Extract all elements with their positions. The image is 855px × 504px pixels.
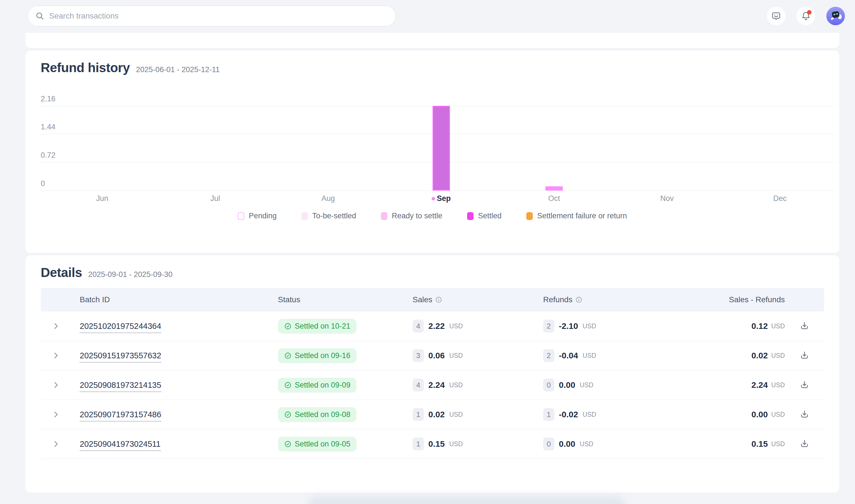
status-text: Settled on 09-16 [295, 352, 350, 360]
download-icon [799, 439, 809, 449]
net-amount: 0.02 [751, 351, 768, 360]
column-sales-minus-refunds: Sales - Refunds [685, 295, 785, 304]
check-circle-icon [284, 322, 292, 330]
notifications-button[interactable] [797, 7, 815, 25]
refunds-amount: 0.00 [559, 439, 575, 449]
settlement-table: Batch ID Status Sales Refunds Sales - Re… [41, 288, 824, 459]
table-row: 202510201975244364 Settled on 10-21 4 2.… [41, 311, 824, 341]
download-button[interactable] [798, 378, 811, 392]
legend-label: Settlement failure or return [537, 212, 627, 220]
net-amount: 2.24 [751, 380, 768, 390]
status-text: Settled on 09-08 [295, 410, 350, 419]
batch-id-link[interactable]: 202509081973214135 [80, 380, 161, 392]
x-axis-month-label: Sep [431, 194, 451, 203]
refunds-amount: -0.04 [559, 351, 578, 360]
details-title: Details [41, 265, 82, 280]
batch-id-link[interactable]: 202509071973157486 [80, 410, 161, 421]
chevron-right-icon [52, 352, 60, 360]
refunds-count-pill: 0 [543, 437, 554, 450]
legend-item[interactable]: To-be-settled [301, 212, 356, 220]
column-sales: Sales [413, 295, 543, 304]
info-icon[interactable] [575, 296, 583, 303]
chevron-right-icon [52, 440, 60, 448]
download-icon [799, 410, 809, 419]
legend-item[interactable]: Ready to settle [381, 212, 442, 220]
download-icon [799, 321, 809, 331]
net-amount: 0.00 [751, 410, 768, 419]
expand-row-button[interactable] [50, 320, 62, 332]
download-button[interactable] [798, 437, 811, 451]
details-card: Details 2025-09-01 - 2025-09-30 Batch ID… [25, 255, 839, 492]
legend-item[interactable]: Pending [238, 212, 277, 220]
status-badge: Settled on 10-21 [278, 319, 356, 334]
expand-row-button[interactable] [50, 349, 62, 362]
month-text: Oct [548, 194, 560, 203]
net-currency: USD [771, 352, 785, 359]
download-button[interactable] [798, 349, 811, 362]
status-text: Settled on 09-09 [295, 381, 350, 390]
legend-label: Ready to settle [392, 212, 442, 220]
check-circle-icon [284, 440, 292, 448]
details-header: Details 2025-09-01 - 2025-09-30 [25, 255, 839, 280]
month-text: Jun [96, 194, 108, 203]
expand-row-button[interactable] [50, 379, 62, 391]
legend-item[interactable]: Settlement failure or return [526, 212, 627, 220]
sales-count-pill: 4 [413, 320, 424, 332]
legend-swatch [301, 212, 308, 220]
below-fold-element-shadow [308, 497, 625, 504]
check-circle-icon [284, 381, 292, 389]
search-bar[interactable] [28, 6, 396, 26]
net-amount: 0.12 [751, 321, 768, 331]
download-icon [799, 350, 809, 361]
sales-count-pill: 1 [413, 437, 424, 450]
x-axis-month-label: Jul [210, 194, 220, 203]
previous-card-remnant [25, 33, 839, 48]
net-currency: USD [771, 440, 785, 448]
table-row: 202509151973557632 Settled on 09-16 3 0.… [41, 341, 824, 371]
column-sales-label: Sales [413, 295, 432, 304]
expand-row-button[interactable] [50, 438, 62, 450]
refunds-count-pill: 2 [543, 320, 554, 332]
info-icon[interactable] [435, 296, 442, 303]
details-date-range: 2025-09-01 - 2025-09-30 [88, 270, 172, 279]
month-text: Nov [660, 194, 674, 203]
feedback-button[interactable] [767, 7, 785, 25]
check-circle-icon [284, 352, 292, 359]
batch-id-link[interactable]: 202510201975244364 [80, 322, 161, 333]
month-text: Jul [210, 194, 220, 203]
table-body: 202510201975244364 Settled on 10-21 4 2.… [41, 311, 824, 459]
refund-history-card: Refund history 2025-06-01 - 2025-12-11 2… [25, 51, 839, 253]
sales-count-pill: 4 [413, 379, 424, 392]
sales-currency: USD [449, 440, 463, 448]
avatar[interactable] [826, 7, 845, 25]
chart-legend: Pending To-be-settled Ready to settle Se… [25, 212, 839, 220]
x-axis-month-label: Jun [96, 194, 108, 203]
x-axis-month-label: Dec [773, 194, 787, 203]
robot-avatar-icon [827, 7, 844, 24]
download-button[interactable] [798, 319, 811, 333]
batch-id-link[interactable]: 202509041973024511 [80, 439, 161, 451]
search-icon [35, 11, 44, 21]
table-row: 202509041973024511 Settled on 09-05 1 0.… [41, 429, 824, 459]
table-header-row: Batch ID Status Sales Refunds Sales - Re… [41, 288, 824, 311]
chart-bar-oct[interactable] [546, 186, 563, 191]
legend-label: Settled [478, 212, 502, 220]
search-input[interactable] [28, 6, 395, 26]
refunds-amount: 0.00 [559, 380, 575, 390]
y-axis-tick: 0 [41, 179, 45, 188]
notification-dot [807, 10, 812, 15]
legend-item[interactable]: Settled [467, 212, 502, 220]
refunds-count-pill: 1 [543, 408, 554, 421]
expand-row-button[interactable] [50, 408, 62, 421]
status-badge: Settled on 09-08 [278, 407, 356, 422]
batch-id-link[interactable]: 202509151973557632 [80, 351, 161, 363]
status-badge: Settled on 09-09 [278, 378, 356, 393]
download-button[interactable] [798, 408, 811, 421]
x-axis-month-label: Nov [660, 194, 674, 203]
feedback-smiley-bubble-icon [771, 11, 781, 21]
chart-bar-sep[interactable] [432, 106, 450, 191]
column-refunds: Refunds [543, 295, 685, 304]
sales-amount: 0.15 [428, 439, 445, 449]
column-status: Status [278, 295, 413, 304]
legend-swatch [526, 212, 533, 220]
